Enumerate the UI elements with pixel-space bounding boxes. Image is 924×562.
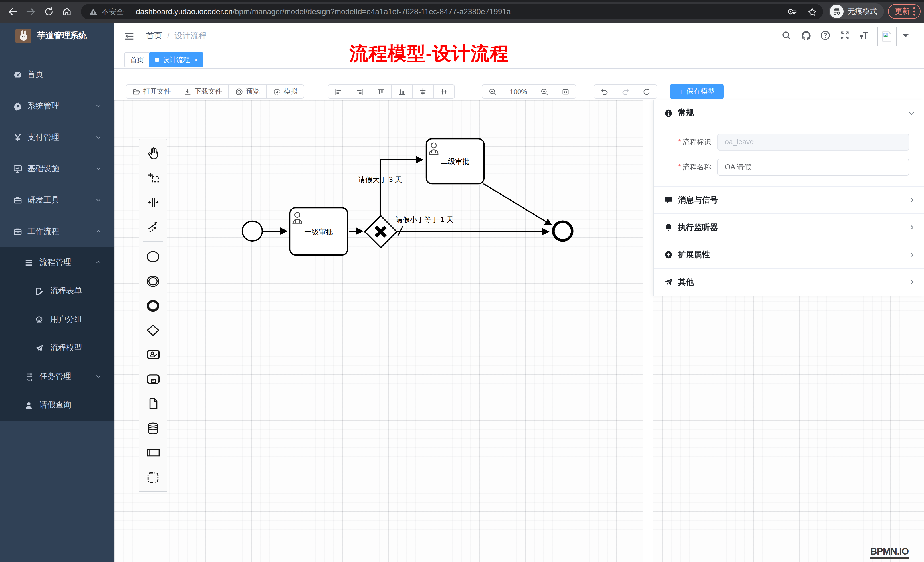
preview-button[interactable]: 预览	[229, 84, 267, 99]
url-bar[interactable]: 不安全 dashboard.yudao.iocoder.cn/bpm/manag…	[81, 4, 823, 19]
save-model-button[interactable]: + 保存模型	[670, 84, 724, 99]
zoom-reset-button[interactable]	[555, 84, 576, 99]
url-text[interactable]: dashboard.yudao.iocoder.cn/bpm/manager/m…	[136, 7, 511, 16]
create-data-store[interactable]	[141, 416, 164, 441]
active-tab-dot	[154, 58, 159, 62]
process-name-input[interactable]	[717, 159, 909, 176]
fullscreen-icon[interactable]	[839, 30, 850, 41]
create-data-object[interactable]	[141, 391, 164, 416]
create-group[interactable]	[141, 465, 164, 490]
general-fields: *流程标识 *流程名称	[654, 126, 924, 187]
tab-home[interactable]: 首页	[124, 52, 150, 67]
create-participant-pool[interactable]	[141, 441, 164, 465]
close-icon[interactable]: ×	[194, 57, 198, 63]
flow-gateway-to-task2[interactable]	[381, 160, 422, 216]
required-asterisk: *	[678, 163, 681, 171]
create-user-task[interactable]	[141, 342, 164, 367]
tab-design-process[interactable]: 设计流程 ×	[149, 52, 204, 67]
process-key-input[interactable]	[717, 133, 909, 151]
end-event[interactable]	[554, 222, 572, 240]
lasso-tool[interactable]	[141, 165, 164, 190]
align-left-icon	[334, 88, 342, 96]
font-size-icon[interactable]	[858, 30, 870, 41]
forward-icon	[27, 8, 34, 15]
global-connect-tool[interactable]	[141, 214, 164, 239]
flow-task2-to-end[interactable]	[483, 184, 551, 225]
chevron-right-icon	[908, 196, 915, 204]
section-execution-listener[interactable]: 执行监听器	[654, 214, 924, 241]
help-icon[interactable]	[819, 30, 831, 41]
sidebar-item-workflow[interactable]: 工作流程	[0, 216, 114, 247]
github-icon[interactable]	[800, 30, 812, 41]
sidebar-item-home[interactable]: 首页	[0, 59, 114, 90]
exclusive-gateway[interactable]	[365, 216, 397, 247]
sidebar-item-process-model[interactable]: 流程模型	[0, 334, 114, 362]
section-message-signal[interactable]: 消息与信号	[654, 187, 924, 214]
zoom-out-button[interactable]	[482, 84, 503, 99]
align-vertical-center-button[interactable]	[412, 84, 434, 99]
form-edit-icon	[35, 287, 44, 295]
browser-home-button[interactable]	[60, 5, 73, 18]
user-task-level1[interactable]: 一级审批	[290, 208, 348, 255]
avatar[interactable]	[877, 27, 897, 46]
bookmark-star-icon[interactable]	[807, 7, 817, 17]
bpmn-io-logo[interactable]: BPMN.iO	[870, 546, 909, 559]
chevron-down-icon	[908, 109, 915, 117]
section-extended-attributes[interactable]: 扩展属性	[654, 241, 924, 269]
align-bottom-button[interactable]	[392, 84, 412, 99]
zoom-in-button[interactable]	[534, 84, 555, 99]
sidebar-item-payment[interactable]: 支付管理	[0, 121, 114, 153]
create-gateway[interactable]	[141, 318, 164, 342]
flow-label-le1[interactable]: 请假小于等于 1 天	[396, 215, 454, 223]
user-task-level2[interactable]: 二级审批	[426, 139, 484, 184]
align-top-button[interactable]	[370, 84, 392, 99]
browser-back-button[interactable]	[6, 5, 19, 18]
browser-forward-button[interactable]	[24, 5, 36, 18]
not-secure-label[interactable]: 不安全	[102, 7, 124, 17]
flow-tree-icon	[24, 372, 33, 381]
section-general[interactable]: 常规	[654, 100, 924, 126]
start-event[interactable]	[242, 221, 262, 241]
align-right-icon	[356, 88, 363, 96]
sidebar-item-process-mgmt[interactable]: 流程管理	[0, 248, 114, 277]
flow-label-gt3[interactable]: 请假大于 3 天	[358, 175, 402, 183]
folder-open-icon	[132, 88, 140, 96]
section-other[interactable]: 其他	[654, 269, 924, 296]
undo-button[interactable]	[594, 84, 615, 99]
app-logo-row[interactable]: 芋道管理系统	[0, 23, 114, 48]
align-left-button[interactable]	[328, 84, 349, 99]
search-icon[interactable]	[781, 30, 792, 41]
download-file-button[interactable]: 下载文件	[177, 84, 229, 99]
sidebar-item-devtools[interactable]: 研发工具	[0, 184, 114, 216]
create-end-event[interactable]	[141, 293, 164, 318]
create-start-event[interactable]	[141, 244, 164, 269]
redo-button[interactable]	[615, 84, 636, 99]
browser-reload-button[interactable]	[42, 5, 55, 18]
sidebar-item-leave-query[interactable]: 请假查询	[0, 391, 114, 420]
browser-update-button[interactable]: 更新	[888, 4, 921, 19]
create-intermediate-event[interactable]	[141, 269, 164, 293]
open-file-button[interactable]: 打开文件	[126, 84, 177, 99]
breadcrumb-separator: /	[167, 31, 170, 41]
sidebar-item-user-group[interactable]: 用户分组	[0, 305, 114, 334]
sidebar-item-infrastructure[interactable]: 基础设施	[0, 153, 114, 184]
sidebar-item-system[interactable]: 系统管理	[0, 90, 114, 121]
simulate-button[interactable]: 模拟	[267, 84, 304, 99]
file-button-group: 打开文件 下载文件 预览 模拟	[126, 84, 304, 99]
space-tool[interactable]	[141, 190, 164, 214]
sidebar-fold-icon[interactable]	[123, 30, 135, 42]
avatar-dropdown-caret[interactable]	[903, 34, 909, 40]
align-horizontal-center-button[interactable]	[434, 84, 455, 99]
restart-button[interactable]	[636, 84, 657, 99]
sidebar-item-process-form[interactable]: 流程表单	[0, 277, 114, 305]
chevron-down-icon	[95, 372, 102, 381]
sidebar-item-task-mgmt[interactable]: 任务管理	[0, 362, 114, 391]
password-key-icon[interactable]	[788, 7, 797, 16]
breadcrumb-home[interactable]: 首页	[146, 31, 162, 41]
hand-tool[interactable]	[141, 141, 164, 165]
connect-icon	[146, 220, 160, 234]
zoom-level[interactable]: 100%	[503, 84, 534, 99]
create-subprocess[interactable]	[141, 367, 164, 391]
task2-label: 二级审批	[441, 157, 470, 165]
align-right-button[interactable]	[349, 84, 370, 99]
